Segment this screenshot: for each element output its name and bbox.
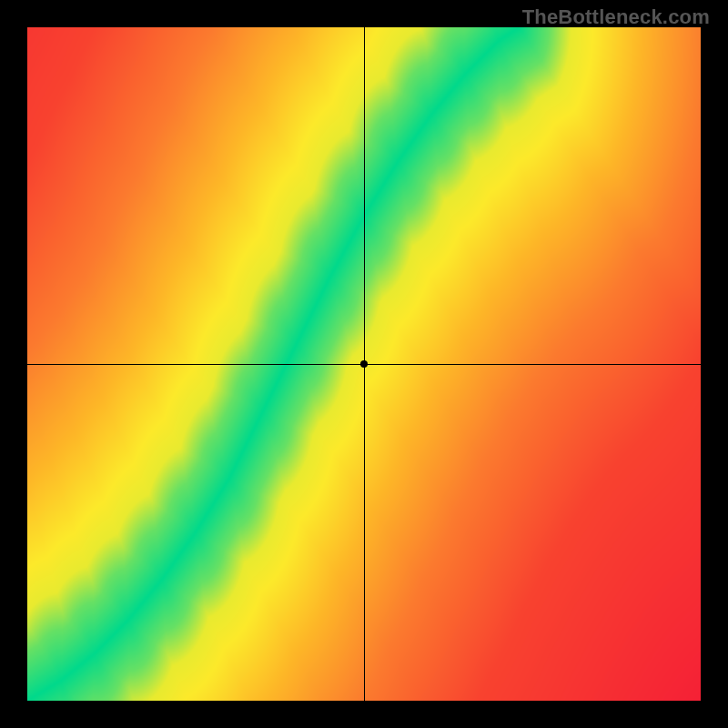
overlay-canvas <box>27 27 701 701</box>
heatmap-plot <box>27 27 701 701</box>
watermark-text: TheBottleneck.com <box>522 5 710 29</box>
chart-frame: TheBottleneck.com <box>0 0 728 728</box>
